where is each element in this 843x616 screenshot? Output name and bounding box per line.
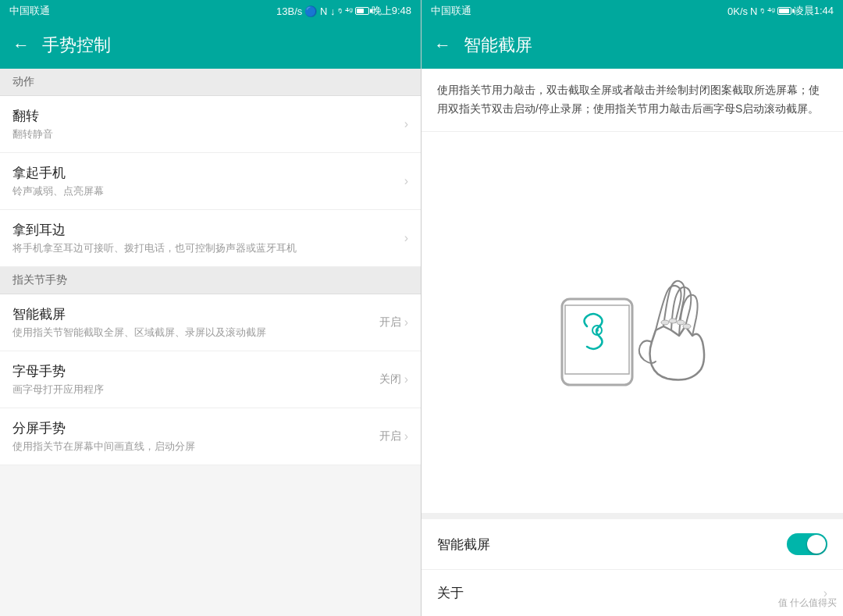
left-menu-item-letter-title: 字母手势 xyxy=(12,362,379,380)
right-page-title: 智能截屏 xyxy=(464,34,532,57)
right-time: 凌晨1:44 xyxy=(794,4,834,18)
left-menu-item-flip-subtitle: 翻转静音 xyxy=(12,127,404,141)
left-panel: 中国联通 13B/s 🔵 N ↓ ᵑ ⁴ᵍ 晚上9:48 ← 手势控制 动作 翻… xyxy=(0,0,421,616)
left-chevron-ear: › xyxy=(404,231,408,245)
left-menu-item-split-title: 分屏手势 xyxy=(12,419,379,437)
left-menu-item-ear-right: › xyxy=(404,231,408,245)
left-status-letter: 关闭 xyxy=(379,372,401,386)
right-battery-fill xyxy=(779,9,790,13)
left-menu-item-screenshot-subtitle: 使用指关节智能截取全屏、区域截屏、录屏以及滚动截屏 xyxy=(12,326,379,340)
watermark: 值 什么值得买 xyxy=(778,596,837,610)
left-menu-item-letter-subtitle: 画字母打开应用程序 xyxy=(12,383,379,397)
left-menu-item-ear-content: 拿到耳边 将手机拿至耳边可接听、拨打电话，也可控制扬声器或蓝牙耳机 xyxy=(12,221,404,255)
right-panel: 中国联通 0K/s N ᵑ ⁴ᵍ 凌晨1:44 ← 智能截屏 使用指关节用力敲击… xyxy=(422,0,843,616)
left-menu-item-letter[interactable]: 字母手势 画字母打开应用程序 关闭 › xyxy=(0,351,421,408)
left-menu-item-ear-title: 拿到耳边 xyxy=(12,221,404,239)
left-menu-item-letter-right: 关闭 › xyxy=(379,372,408,386)
left-menu-item-pickup-subtitle: 铃声减弱、点亮屏幕 xyxy=(12,184,404,198)
left-menu-item-letter-content: 字母手势 画字母打开应用程序 xyxy=(12,362,379,397)
right-title-bar: ← 智能截屏 xyxy=(422,22,843,69)
left-menu-item-screenshot-title: 智能截屏 xyxy=(12,305,379,323)
left-status-split: 开启 xyxy=(379,429,401,443)
right-status-right: 0K/s N ᵑ ⁴ᵍ 凌晨1:44 xyxy=(727,4,834,18)
left-section-header-action: 动作 xyxy=(0,69,421,96)
right-about-label: 关于 xyxy=(437,584,464,602)
right-status-left: 中国联通 xyxy=(431,4,471,18)
left-carrier: 中国联通 xyxy=(9,4,50,18)
left-menu-item-pickup-title: 拿起手机 xyxy=(12,164,404,182)
right-toggle-label: 智能截屏 xyxy=(437,536,490,554)
right-toggle-row[interactable]: 智能截屏 xyxy=(422,519,843,570)
left-menu-item-screenshot[interactable]: 智能截屏 使用指关节智能截取全屏、区域截屏、录屏以及滚动截屏 开启 › xyxy=(0,294,421,351)
right-panel-wrapper: 中国联通 0K/s N ᵑ ⁴ᵍ 凌晨1:44 ← 智能截屏 使用指关节用力敲击… xyxy=(422,0,843,616)
left-menu-item-split-content: 分屏手势 使用指关节在屏幕中间画直线，启动分屏 xyxy=(12,419,379,454)
right-illustration xyxy=(422,132,843,519)
left-menu-item-split-subtitle: 使用指关节在屏幕中间画直线，启动分屏 xyxy=(12,440,379,454)
left-page-title: 手势控制 xyxy=(42,34,111,57)
left-chevron-letter: › xyxy=(404,372,408,386)
right-signal-icons: N ᵑ ⁴ᵍ xyxy=(750,5,775,17)
left-menu-item-flip[interactable]: 翻转 翻转静音 › xyxy=(0,96,421,153)
right-status-bar: 中国联通 0K/s N ᵑ ⁴ᵍ 凌晨1:44 xyxy=(422,0,843,22)
left-menu-item-screenshot-content: 智能截屏 使用指关节智能截取全屏、区域截屏、录屏以及滚动截屏 xyxy=(12,305,379,340)
left-status-bar: 中国联通 13B/s 🔵 N ↓ ᵑ ⁴ᵍ 晚上9:48 xyxy=(0,0,421,22)
left-battery-icon xyxy=(355,7,369,15)
left-back-button[interactable]: ← xyxy=(12,35,30,55)
left-chevron-pickup: › xyxy=(404,174,408,188)
left-menu-item-ear[interactable]: 拿到耳边 将手机拿至耳边可接听、拨打电话，也可控制扬声器或蓝牙耳机 › xyxy=(0,210,421,267)
right-carrier: 中国联通 xyxy=(431,4,471,18)
right-toggle-switch[interactable] xyxy=(787,533,827,555)
left-menu-item-screenshot-right: 开启 › xyxy=(379,315,408,329)
left-chevron-screenshot: › xyxy=(404,315,408,329)
right-speed: 0K/s xyxy=(727,5,748,17)
left-time: 晚上9:48 xyxy=(372,4,411,18)
left-menu-item-flip-content: 翻转 翻转静音 xyxy=(12,107,404,141)
left-battery-fill xyxy=(357,9,365,13)
right-description: 使用指关节用力敲击，双击截取全屏或者敲击并绘制封闭图案截取所选屏幕；使用双指关节… xyxy=(422,69,843,132)
left-menu-item-flip-right: › xyxy=(404,117,408,131)
left-signal-icons: 🔵 N ↓ ᵑ ⁴ᵍ xyxy=(304,5,352,17)
left-status-screenshot: 开启 xyxy=(379,315,401,329)
svg-point-5 xyxy=(683,324,691,329)
left-menu-item-split-right: 开启 › xyxy=(379,429,408,443)
svg-rect-0 xyxy=(562,299,632,385)
left-menu-item-pickup-right: › xyxy=(404,174,408,188)
svg-point-2 xyxy=(661,320,669,325)
right-back-button[interactable]: ← xyxy=(434,35,451,55)
right-battery-icon xyxy=(777,7,791,15)
knuckle-gesture-illustration xyxy=(531,252,734,393)
left-status-left: 中国联通 xyxy=(9,4,50,18)
left-menu-item-ear-subtitle: 将手机拿至耳边可接听、拨打电话，也可控制扬声器或蓝牙耳机 xyxy=(12,241,404,255)
left-menu-item-pickup[interactable]: 拿起手机 铃声减弱、点亮屏幕 › xyxy=(0,153,421,210)
svg-point-4 xyxy=(677,320,685,325)
left-menu-item-split[interactable]: 分屏手势 使用指关节在屏幕中间画直线，启动分屏 开启 › xyxy=(0,408,421,465)
svg-point-3 xyxy=(669,319,677,323)
left-speed: 13B/s xyxy=(276,5,302,17)
left-menu-item-pickup-content: 拿起手机 铃声减弱、点亮屏幕 xyxy=(12,164,404,198)
left-status-right: 13B/s 🔵 N ↓ ᵑ ⁴ᵍ 晚上9:48 xyxy=(276,4,411,18)
left-title-bar: ← 手势控制 xyxy=(0,22,421,69)
left-menu-item-flip-title: 翻转 xyxy=(12,107,404,125)
left-section-header-knuckle: 指关节手势 xyxy=(0,267,421,294)
left-chevron-flip: › xyxy=(404,117,408,131)
svg-point-7 xyxy=(596,329,599,332)
left-chevron-split: › xyxy=(404,429,408,443)
